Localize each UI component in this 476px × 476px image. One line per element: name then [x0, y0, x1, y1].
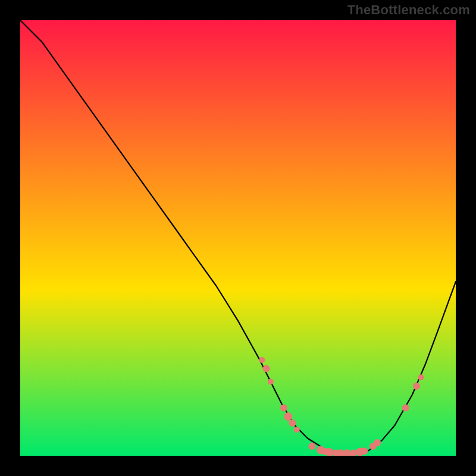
- data-point: [268, 379, 274, 385]
- chart-frame: TheBottleneck.com: [0, 0, 476, 476]
- data-point: [280, 405, 287, 412]
- watermark-text: TheBottleneck.com: [347, 2, 470, 18]
- gradient-bg: [20, 20, 456, 456]
- data-point: [418, 374, 424, 380]
- data-point: [413, 383, 420, 390]
- data-point: [308, 443, 315, 450]
- data-point: [289, 419, 296, 427]
- data-point: [294, 427, 300, 433]
- bottleneck-plot: [20, 20, 456, 456]
- data-point: [361, 447, 368, 455]
- data-point: [259, 357, 265, 363]
- data-point: [263, 365, 270, 372]
- data-point: [284, 412, 292, 421]
- data-point: [374, 439, 381, 446]
- data-point: [402, 405, 409, 412]
